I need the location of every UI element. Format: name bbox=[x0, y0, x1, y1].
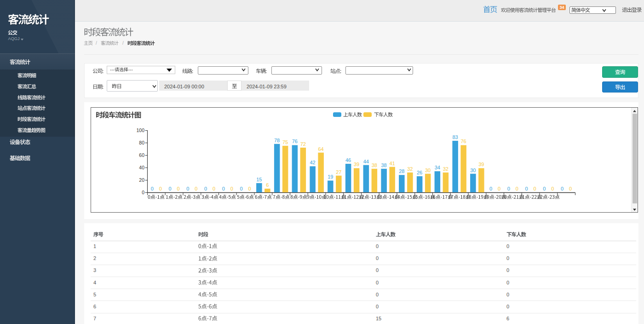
svg-text:32: 32 bbox=[443, 166, 448, 172]
svg-text:0: 0 bbox=[489, 186, 492, 191]
svg-text:72: 72 bbox=[300, 141, 306, 147]
svg-text:0: 0 bbox=[177, 186, 180, 191]
svg-text:34: 34 bbox=[435, 165, 440, 170]
svg-text:15: 15 bbox=[256, 177, 262, 182]
svg-text:0: 0 bbox=[230, 186, 233, 191]
svg-text:100: 100 bbox=[136, 127, 144, 133]
svg-text:0: 0 bbox=[248, 186, 251, 191]
svg-text:46: 46 bbox=[345, 157, 351, 163]
svg-text:0: 0 bbox=[169, 186, 172, 191]
svg-text:0: 0 bbox=[498, 186, 500, 191]
svg-text:0: 0 bbox=[213, 186, 215, 191]
svg-text:19: 19 bbox=[328, 174, 333, 179]
svg-text:38: 38 bbox=[372, 162, 377, 168]
svg-text:0: 0 bbox=[507, 186, 510, 191]
svg-text:40: 40 bbox=[139, 165, 144, 170]
svg-text:41: 41 bbox=[389, 161, 395, 166]
svg-text:0: 0 bbox=[551, 186, 554, 191]
svg-text:0: 0 bbox=[543, 186, 546, 191]
svg-text:38: 38 bbox=[381, 162, 386, 168]
svg-text:0: 0 bbox=[186, 186, 189, 191]
svg-text:27: 27 bbox=[336, 169, 341, 175]
svg-text:28: 28 bbox=[399, 168, 404, 174]
svg-text:75: 75 bbox=[282, 139, 288, 145]
svg-text:0: 0 bbox=[240, 186, 243, 191]
svg-text:0: 0 bbox=[561, 186, 564, 191]
svg-text:44: 44 bbox=[363, 159, 369, 164]
svg-text:0: 0 bbox=[569, 186, 572, 191]
svg-text:60: 60 bbox=[139, 152, 144, 158]
svg-text:0: 0 bbox=[195, 186, 197, 191]
svg-text:30: 30 bbox=[425, 168, 431, 173]
svg-text:42: 42 bbox=[310, 160, 315, 165]
svg-text:0: 0 bbox=[159, 186, 162, 191]
svg-text:0: 0 bbox=[222, 186, 225, 191]
svg-text:0: 0 bbox=[525, 186, 528, 191]
svg-text:39: 39 bbox=[478, 162, 484, 167]
svg-text:39: 39 bbox=[354, 162, 359, 167]
svg-text:76: 76 bbox=[460, 139, 466, 144]
svg-text:30: 30 bbox=[470, 168, 476, 173]
svg-text:64: 64 bbox=[318, 146, 323, 152]
svg-text:6: 6 bbox=[266, 182, 269, 188]
svg-text:20: 20 bbox=[139, 177, 144, 183]
svg-text:80: 80 bbox=[139, 140, 144, 145]
svg-text:0: 0 bbox=[534, 186, 536, 191]
svg-text:76: 76 bbox=[292, 139, 298, 144]
svg-text:83: 83 bbox=[452, 134, 458, 140]
svg-text:78: 78 bbox=[274, 138, 280, 143]
svg-text:32: 32 bbox=[407, 166, 413, 172]
svg-text:0: 0 bbox=[142, 190, 144, 195]
svg-text:0: 0 bbox=[516, 186, 518, 191]
svg-text:26: 26 bbox=[417, 170, 422, 175]
svg-text:0: 0 bbox=[204, 186, 207, 191]
svg-text:0: 0 bbox=[151, 186, 154, 191]
